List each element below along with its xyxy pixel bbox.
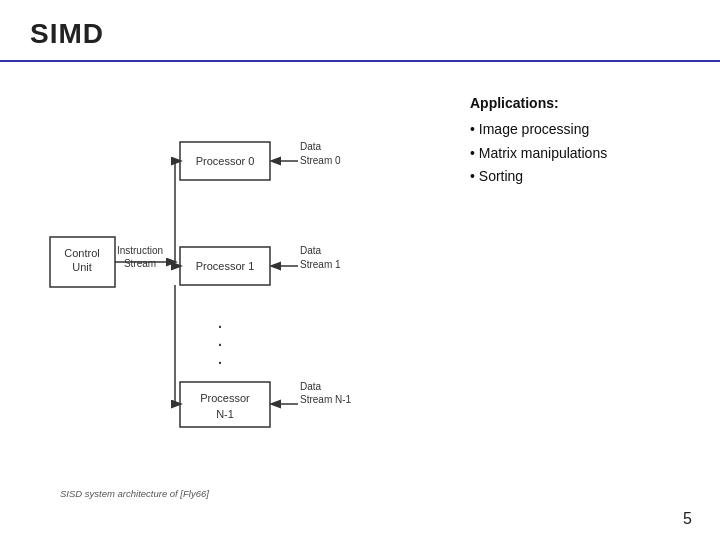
app-item-1: • Image processing [470, 118, 690, 142]
svg-text:Data: Data [300, 245, 322, 256]
svg-text:·: · [217, 350, 223, 372]
simd-diagram-svg: Control Unit Instruction Stream Processo… [30, 82, 490, 522]
slide-content: Control Unit Instruction Stream Processo… [0, 62, 720, 532]
svg-text:Processor: Processor [200, 392, 250, 404]
svg-text:Data: Data [300, 381, 322, 392]
app-item-3: • Sorting [470, 165, 690, 189]
page-number: 5 [683, 510, 692, 528]
slide-title: SIMD [30, 18, 690, 50]
svg-text:Stream 0: Stream 0 [300, 155, 341, 166]
svg-text:Processor 1: Processor 1 [196, 260, 255, 272]
svg-text:Unit: Unit [72, 261, 92, 273]
svg-text:Processor 0: Processor 0 [196, 155, 255, 167]
svg-text:Control: Control [64, 247, 99, 259]
applications-title: Applications: [470, 92, 690, 116]
svg-text:Data: Data [300, 141, 322, 152]
svg-text:Instruction: Instruction [117, 245, 163, 256]
svg-text:Stream 1: Stream 1 [300, 259, 341, 270]
applications-box: Applications: • Image processing • Matri… [470, 92, 690, 189]
svg-text:SISD system architecture of [F: SISD system architecture of [Fly66] [60, 488, 209, 499]
svg-text:Stream: Stream [124, 258, 156, 269]
svg-rect-23 [180, 382, 270, 427]
svg-text:Stream N-1: Stream N-1 [300, 394, 352, 405]
diagram-area: Control Unit Instruction Stream Processo… [30, 82, 690, 512]
app-item-2: • Matrix manipulations [470, 142, 690, 166]
slide-header: SIMD [0, 0, 720, 62]
svg-text:N-1: N-1 [216, 408, 234, 420]
